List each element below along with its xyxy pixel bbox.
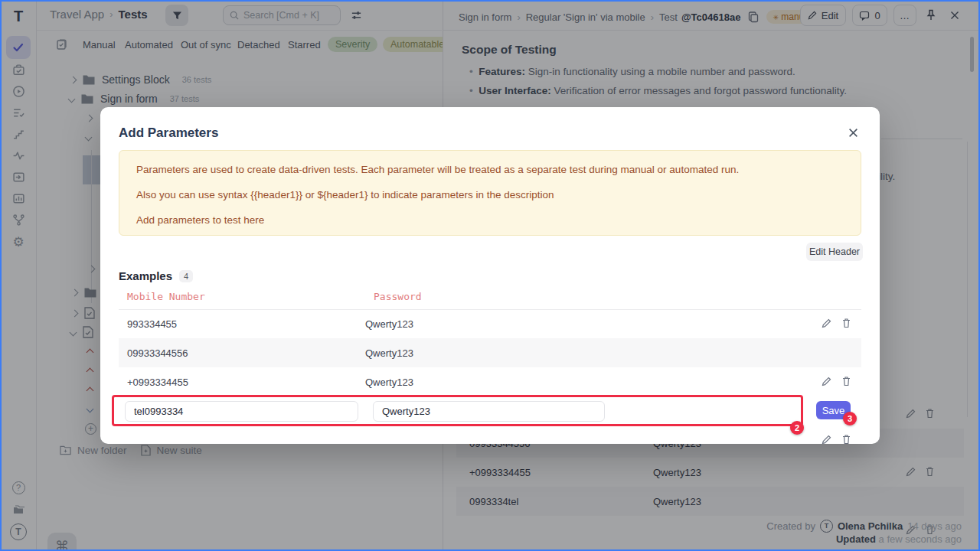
info-paragraph: Add parameters to test here [136, 213, 844, 228]
edit-row-icon[interactable] [822, 318, 831, 328]
modal-title: Add Parameters [119, 126, 218, 141]
examples-count-badge: 4 [179, 270, 193, 282]
add-parameters-modal: Add Parameters Parameters are used to cr… [100, 107, 880, 444]
new-mobile-input[interactable] [125, 401, 358, 422]
save-button[interactable]: Save [816, 401, 851, 419]
table-row: 09933344556 Qwerty123 [119, 338, 861, 367]
table-row: +0993334455 Qwerty123 [119, 367, 861, 396]
examples-title: Examples [119, 269, 172, 282]
examples-heading: Examples 4 [119, 269, 193, 282]
info-box: Parameters are used to create data-drive… [119, 150, 861, 236]
info-paragraph: Also you can use syntax {{header1}} or $… [136, 187, 844, 203]
info-paragraph: Parameters are used to create data-drive… [136, 162, 844, 178]
column-header-mobile: Mobile Number [127, 291, 205, 302]
new-password-input[interactable] [373, 401, 605, 422]
cell-mobile: +0993334455 [127, 377, 365, 388]
cell-mobile: 09933344556 [127, 347, 365, 359]
delete-row-icon[interactable] [841, 434, 851, 445]
modal-close-icon[interactable] [848, 128, 858, 138]
edit-header-button[interactable]: Edit Header [806, 243, 863, 261]
cell-mobile: 993334455 [127, 318, 365, 330]
edit-row-icon[interactable] [822, 435, 831, 445]
table-row: 993334455 Qwerty123 [119, 309, 861, 338]
column-header-password: Password [374, 291, 422, 302]
delete-row-icon[interactable] [841, 318, 851, 328]
cell-password: Qwerty123 [365, 377, 413, 388]
cell-password: Qwerty123 [365, 318, 413, 330]
cell-password: Qwerty123 [365, 347, 413, 359]
